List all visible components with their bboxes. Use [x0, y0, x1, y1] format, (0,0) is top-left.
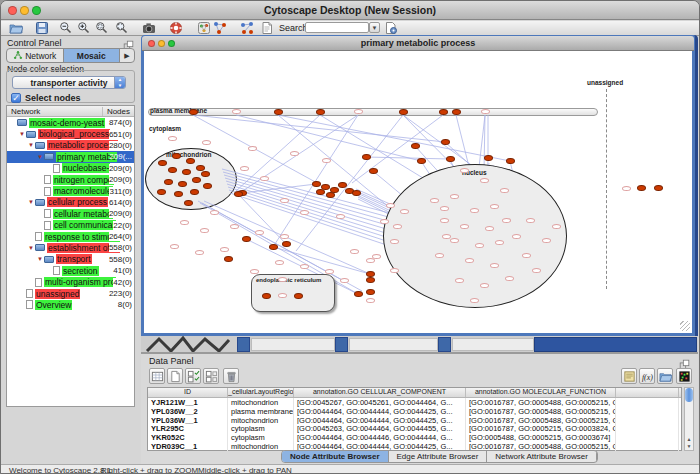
gene-node-open[interactable] — [480, 283, 489, 288]
gene-node-open[interactable] — [202, 140, 211, 145]
gene-node-open[interactable] — [470, 298, 479, 303]
search-dropdown-arrow[interactable]: ▼ — [369, 22, 380, 33]
gene-node-open[interactable] — [366, 298, 375, 303]
resize-grip[interactable] — [680, 321, 690, 331]
gene-node-open[interactable] — [440, 218, 449, 223]
gene-node-open[interactable] — [290, 151, 299, 156]
gene-node[interactable] — [446, 156, 455, 162]
gene-node-open[interactable] — [336, 214, 345, 219]
tree-row[interactable]: cell communicat22(0) — [7, 220, 134, 231]
table-row[interactable]: YPL036W__1mitochondrion[GO:0044464, GO:0… — [148, 416, 681, 425]
gene-node-open[interactable] — [168, 136, 177, 141]
gene-node-open[interactable] — [366, 258, 375, 263]
gene-node[interactable] — [366, 289, 375, 295]
expander-icon[interactable]: ▼ — [28, 245, 35, 251]
gene-node[interactable] — [326, 192, 335, 198]
expander-icon[interactable]: ▼ — [19, 131, 26, 137]
select-attributes-icon[interactable] — [149, 368, 165, 384]
gene-node-open[interactable] — [386, 203, 395, 208]
gene-node[interactable] — [178, 181, 187, 187]
gene-node-open[interactable] — [485, 226, 494, 231]
gene-node[interactable] — [354, 291, 363, 297]
gene-node-open[interactable] — [170, 244, 179, 249]
gene-node[interactable] — [366, 277, 375, 283]
gene-node[interactable] — [172, 153, 181, 159]
gene-node[interactable] — [441, 139, 450, 145]
gene-node[interactable] — [201, 171, 210, 177]
gene-node-open[interactable] — [248, 146, 257, 151]
gene-node-open[interactable] — [495, 240, 504, 245]
tree-row[interactable]: nucleobase-209(0) — [7, 163, 134, 174]
gene-node-open[interactable] — [390, 268, 399, 273]
gene-node-open[interactable] — [512, 234, 521, 239]
tab-network-attribute-browser[interactable]: Network Attribute Browser — [487, 451, 596, 462]
import-folder-icon[interactable] — [657, 368, 673, 384]
tree-row[interactable]: ▼biological_process651(0) — [7, 128, 134, 139]
expander-icon[interactable]: ▼ — [28, 199, 35, 205]
tab-network[interactable]: Network — [7, 49, 64, 62]
gene-node[interactable] — [190, 189, 199, 195]
gene-node-open[interactable] — [354, 109, 363, 114]
unselect-all-icon[interactable] — [203, 368, 219, 384]
gene-node-open[interactable] — [435, 253, 444, 258]
scroll-up-button[interactable]: ▲ — [685, 436, 693, 443]
gene-node-open[interactable] — [475, 243, 484, 248]
gene-node[interactable] — [203, 183, 212, 189]
gene-node-open[interactable] — [552, 224, 561, 229]
search-advanced-icon[interactable] — [384, 21, 398, 35]
open-folder-icon[interactable] — [9, 21, 23, 35]
tab-overflow-arrow[interactable]: ▶ — [120, 49, 134, 62]
tree-row[interactable]: ▼metabolic process280(0) — [7, 140, 134, 151]
gene-node-open[interactable] — [300, 264, 309, 269]
gene-node-open[interactable] — [480, 178, 489, 183]
tree-row[interactable]: response to stimulu264(0) — [7, 231, 134, 242]
gene-node[interactable] — [269, 244, 278, 250]
zoom-out-icon[interactable] — [59, 21, 73, 35]
gene-node-open[interactable] — [465, 258, 474, 263]
gene-node[interactable] — [168, 167, 177, 173]
select-nodes-checkbox[interactable]: ✓ — [11, 93, 21, 103]
color-attribute-dropdown[interactable]: transporter activity ▲▼ — [12, 76, 126, 89]
gene-node-open[interactable] — [481, 109, 490, 114]
scrollbar-thumb[interactable] — [685, 388, 693, 402]
gene-node[interactable] — [439, 109, 448, 115]
column-header[interactable]: annotation.GO MOLECULAR_FUNCTION — [466, 388, 616, 397]
neighbors-icon[interactable] — [213, 21, 227, 35]
save-icon[interactable] — [35, 21, 49, 35]
edit-note-icon[interactable] — [621, 368, 637, 384]
gene-node-open[interactable] — [300, 210, 309, 215]
column-header-spacer[interactable] — [616, 388, 679, 397]
gene-node[interactable] — [452, 109, 461, 115]
zoom-region-icon[interactable] — [95, 21, 109, 35]
gene-node[interactable] — [506, 158, 515, 164]
gene-node[interactable] — [189, 109, 198, 115]
gene-node[interactable] — [242, 236, 251, 242]
tree-row[interactable]: ▼cellular process614(0) — [7, 197, 134, 208]
gene-node-open[interactable] — [430, 198, 439, 203]
gene-node-open[interactable] — [278, 293, 287, 298]
function-fx-icon[interactable]: f(x) — [639, 368, 655, 384]
gene-node[interactable] — [174, 191, 183, 197]
tree-row[interactable]: ▼establishment of lo558(0) — [7, 242, 134, 253]
gene-node[interactable] — [484, 155, 493, 161]
delete-trash-icon[interactable] — [223, 368, 239, 384]
table-row[interactable]: YKR052Ccytoplasm[GO:0044464, GO:0044446,… — [148, 433, 681, 442]
gene-node-open[interactable] — [450, 238, 459, 243]
gene-node[interactable] — [274, 109, 283, 115]
gene-node-open[interactable] — [505, 276, 514, 281]
table-scrollbar[interactable]: ▲ ▼ — [684, 387, 694, 451]
tab-edge-attribute-browser[interactable]: Edge Attribute Browser — [389, 451, 488, 462]
tree-row[interactable]: ▼primary metabo209(... — [7, 151, 134, 162]
column-header[interactable]: annotation.GO CELLULAR_COMPONENT — [294, 388, 466, 397]
tree-row[interactable]: secretion41(0) — [7, 265, 134, 276]
gene-node-open[interactable] — [340, 278, 349, 283]
gene-node-open[interactable] — [502, 218, 511, 223]
help-icon[interactable] — [169, 21, 183, 35]
gene-node[interactable] — [184, 200, 193, 206]
zoom-fit-icon[interactable] — [115, 21, 129, 35]
gene-node-open[interactable] — [350, 249, 359, 254]
gene-node-open[interactable] — [230, 224, 239, 229]
gene-node-open[interactable] — [220, 247, 229, 252]
gene-node-open[interactable] — [240, 166, 249, 171]
expander-icon[interactable]: ▼ — [28, 142, 35, 148]
